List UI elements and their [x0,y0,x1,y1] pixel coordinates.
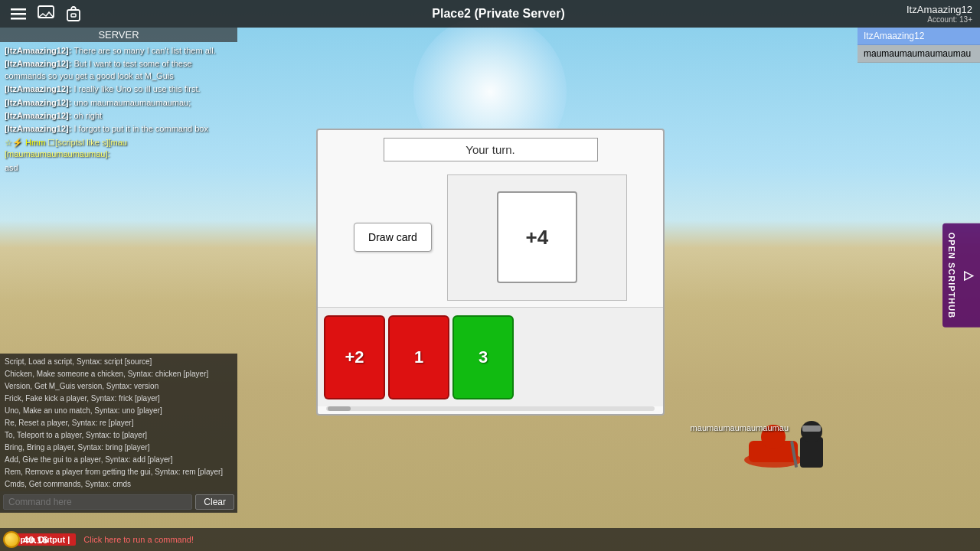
chat-message-highlight: ☆⚡ Hmm ☐[scriptsI like s][mau [maumaumau… [5,137,233,161]
chat-messages: [ItzAmaazing12]: There are so many I can… [0,42,237,354]
player-list: ItzAmaazing12 maumaumaumaumaumau [858,28,980,63]
chat-message: [ItzAmaazing12]: I really like Uno so il… [5,83,233,95]
hand-card-2[interactable]: 3 [452,315,514,399]
hand-area[interactable]: +2 1 3 [318,307,663,406]
chat-panel: SERVER [ItzAmaazing12]: There are so man… [0,28,237,513]
turn-label: Your turn. [384,138,598,161]
chat-input-row: Clear [0,491,237,513]
hamburger-menu-icon[interactable] [8,3,29,24]
chat-message: [ItzAmaazing12]: uno maumaumaumaumaumau; [5,97,233,109]
script-item: Cmds, Get commands, Syntax: cmds [5,479,233,490]
uno-modal: Your turn. Draw card +4 +2 1 3 [316,129,665,416]
hand-card-0[interactable]: +2 [324,315,385,399]
script-item: To, Teleport to a player, Syntax: to [pl… [5,430,233,441]
svg-rect-5 [71,14,76,17]
svg-rect-2 [11,18,26,20]
chat-message: [ItzAmaazing12]: There are so many I can… [5,45,233,57]
script-item: Uno, Make an uno match, Syntax: uno [pla… [5,406,233,416]
chat-message: asd [5,162,233,174]
script-item: Frick, Fake kick a player, Syntax: frick… [5,393,233,404]
chat-message: [ItzAmaazing12]: But I want to test some… [5,58,233,82]
hand-card-1[interactable]: 1 [388,315,449,399]
backpack-icon[interactable] [63,3,84,24]
scripthub-label: OPEN SCRIPTHUB [947,233,956,318]
window-title: Place2 (Private Server) [90,7,906,21]
hand-scrollbar[interactable] [326,406,654,411]
clear-button[interactable]: Clear [195,494,234,510]
server-label: SERVER [0,28,237,42]
character-name-label: maumaumaumaumaumau [691,423,789,432]
chat-message: [ItzAmaazing12]: I forgot to put it in t… [5,123,233,135]
script-item: Rem, Remove a player from getting the gu… [5,467,233,478]
open-scripthub-button[interactable]: ▷ OPEN SCRIPTHUB [942,223,980,328]
command-input[interactable] [3,494,192,510]
svg-rect-4 [67,10,80,21]
user-info: ItzAmaazing12 Account: 13+ [906,4,972,24]
script-item: Chicken, Make someone a chicken, Syntax:… [5,369,233,380]
scripthub-arrow-icon: ▷ [961,268,975,283]
coins-value: 40.16 [23,534,48,546]
bottom-message: Click here to run a command! [83,535,194,544]
script-item: Script, Load a script, Syntax: script [s… [5,357,233,367]
svg-rect-1 [11,13,26,15]
hand-scrollbar-thumb[interactable] [328,406,351,411]
svg-rect-11 [802,425,821,432]
script-item: Re, Reset a player, Syntax: re [player] [5,418,233,429]
bottom-bar: Open Output | Click here to run a comman… [0,528,980,551]
topbar: Place2 (Private Server) ItzAmaazing12 Ac… [0,0,980,28]
player-item: maumaumaumaumaumau [858,45,980,63]
discard-pile: +4 [447,174,627,301]
coin-icon [3,531,20,548]
script-list: Script, Load a script, Syntax: script [s… [0,354,237,491]
current-card: +4 [497,191,577,283]
chat-message: [ItzAmaazing12]: oh right [5,110,233,122]
chat-icon[interactable] [35,3,57,24]
card-area: Draw card +4 [318,168,663,307]
script-item: Bring, Bring a player, Syntax: bring [pl… [5,442,233,453]
player-item: ItzAmaazing12 [858,28,980,45]
script-item: Add, Give the gui to a player, Syntax: a… [5,455,233,465]
draw-card-button[interactable]: Draw card [354,223,432,252]
coins-display: 40.16 [3,531,48,548]
script-item: Version, Get M_Guis version, Syntax: ver… [5,381,233,392]
svg-rect-0 [11,8,26,11]
game-characters [735,395,842,490]
